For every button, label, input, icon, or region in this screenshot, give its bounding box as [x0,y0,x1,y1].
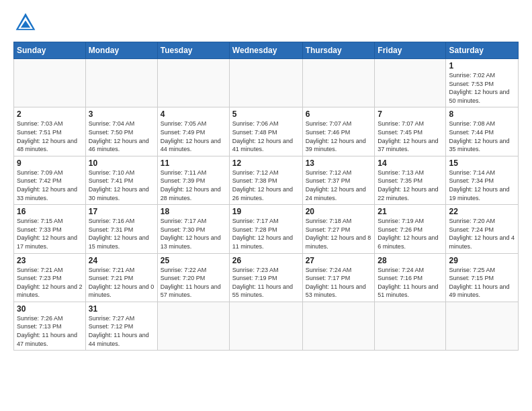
calendar-cell: 18Sunrise: 7:17 AM Sunset: 7:30 PM Dayli… [157,205,229,253]
week-row-2: 9Sunrise: 7:09 AM Sunset: 7:42 PM Daylig… [14,156,519,204]
calendar-cell: 9Sunrise: 7:09 AM Sunset: 7:42 PM Daylig… [14,156,86,204]
calendar-cell: 16Sunrise: 7:15 AM Sunset: 7:33 PM Dayli… [14,205,86,253]
day-info: Sunrise: 7:20 AM Sunset: 7:24 PM Dayligh… [449,217,515,250]
day-info: Sunrise: 7:13 AM Sunset: 7:35 PM Dayligh… [378,169,443,202]
calendar-cell [229,59,302,107]
day-number: 8 [449,109,515,119]
day-number: 13 [306,158,372,168]
weekday-monday: Monday [85,42,157,59]
day-info: Sunrise: 7:06 AM Sunset: 7:48 PM Dayligh… [232,120,300,153]
calendar-cell [157,302,229,350]
week-row-4: 23Sunrise: 7:21 AM Sunset: 7:23 PM Dayli… [14,253,519,302]
day-number: 11 [161,158,226,168]
day-info: Sunrise: 7:19 AM Sunset: 7:26 PM Dayligh… [378,217,443,250]
day-info: Sunrise: 7:23 AM Sunset: 7:19 PM Dayligh… [232,266,300,300]
day-info: Sunrise: 7:16 AM Sunset: 7:31 PM Dayligh… [89,217,154,250]
calendar-cell: 22Sunrise: 7:20 AM Sunset: 7:24 PM Dayli… [446,205,519,253]
day-number: 12 [232,158,300,168]
calendar-cell: 3Sunrise: 7:04 AM Sunset: 7:50 PM Daylig… [85,107,157,156]
page: SundayMondayTuesdayWednesdayThursdayFrid… [0,0,532,411]
day-info: Sunrise: 7:12 AM Sunset: 7:37 PM Dayligh… [306,169,372,202]
calendar-cell: 25Sunrise: 7:22 AM Sunset: 7:20 PM Dayli… [157,253,229,302]
day-number: 10 [89,158,154,168]
weekday-friday: Friday [375,42,446,59]
calendar-cell: 7Sunrise: 7:07 AM Sunset: 7:45 PM Daylig… [375,107,446,156]
calendar-cell: 31Sunrise: 7:27 AM Sunset: 7:12 PM Dayli… [85,302,157,350]
calendar-cell: 14Sunrise: 7:13 AM Sunset: 7:35 PM Dayli… [375,156,446,204]
weekday-thursday: Thursday [302,42,375,59]
day-number: 30 [17,304,83,314]
day-number: 21 [378,207,443,216]
calendar-cell: 2Sunrise: 7:03 AM Sunset: 7:51 PM Daylig… [14,107,86,156]
day-number: 7 [378,109,443,119]
calendar-cell [85,59,157,107]
calendar-cell: 27Sunrise: 7:24 AM Sunset: 7:17 PM Dayli… [302,253,375,302]
day-number: 16 [17,207,83,216]
calendar-cell [302,302,375,350]
day-info: Sunrise: 7:04 AM Sunset: 7:50 PM Dayligh… [89,120,154,153]
calendar-cell: 24Sunrise: 7:21 AM Sunset: 7:21 PM Dayli… [85,253,157,302]
day-number: 6 [306,109,372,119]
weekday-header-row: SundayMondayTuesdayWednesdayThursdayFrid… [14,42,519,59]
day-number: 26 [232,256,300,265]
day-number: 27 [306,256,372,265]
calendar-cell [375,302,446,350]
day-info: Sunrise: 7:05 AM Sunset: 7:49 PM Dayligh… [161,120,226,153]
day-info: Sunrise: 7:09 AM Sunset: 7:42 PM Dayligh… [17,169,83,202]
day-info: Sunrise: 7:07 AM Sunset: 7:45 PM Dayligh… [378,120,443,153]
calendar-cell: 30Sunrise: 7:26 AM Sunset: 7:13 PM Dayli… [14,302,86,350]
day-number: 20 [306,207,372,216]
day-info: Sunrise: 7:17 AM Sunset: 7:28 PM Dayligh… [232,217,300,250]
calendar-cell: 13Sunrise: 7:12 AM Sunset: 7:37 PM Dayli… [302,156,375,204]
day-info: Sunrise: 7:07 AM Sunset: 7:46 PM Dayligh… [306,120,372,153]
day-number: 17 [89,207,154,216]
day-number: 2 [17,109,83,119]
day-number: 14 [378,158,443,168]
day-number: 19 [232,207,300,216]
day-info: Sunrise: 7:21 AM Sunset: 7:21 PM Dayligh… [89,266,154,300]
day-number: 31 [89,304,154,314]
calendar-cell: 11Sunrise: 7:11 AM Sunset: 7:39 PM Dayli… [157,156,229,204]
calendar-cell: 8Sunrise: 7:08 AM Sunset: 7:44 PM Daylig… [446,107,519,156]
day-number: 4 [161,109,226,119]
calendar-cell: 29Sunrise: 7:25 AM Sunset: 7:15 PM Dayli… [446,253,519,302]
calendar-cell: 10Sunrise: 7:10 AM Sunset: 7:41 PM Dayli… [85,156,157,204]
calendar-cell [375,59,446,107]
day-number: 9 [17,158,83,168]
weekday-wednesday: Wednesday [229,42,302,59]
calendar-cell: 12Sunrise: 7:12 AM Sunset: 7:38 PM Dayli… [229,156,302,204]
day-info: Sunrise: 7:14 AM Sunset: 7:34 PM Dayligh… [449,169,515,202]
calendar-cell: 20Sunrise: 7:18 AM Sunset: 7:27 PM Dayli… [302,205,375,253]
weekday-sunday: Sunday [14,42,86,59]
calendar-cell: 1Sunrise: 7:02 AM Sunset: 7:53 PM Daylig… [446,59,519,107]
calendar-cell [446,302,519,350]
day-number: 25 [161,256,226,265]
header [13,11,519,35]
calendar-cell [229,302,302,350]
calendar-cell: 15Sunrise: 7:14 AM Sunset: 7:34 PM Dayli… [446,156,519,204]
day-number: 23 [17,256,83,265]
day-info: Sunrise: 7:21 AM Sunset: 7:23 PM Dayligh… [17,266,83,300]
day-info: Sunrise: 7:08 AM Sunset: 7:44 PM Dayligh… [449,120,515,153]
day-number: 1 [449,61,515,71]
calendar-table: SundayMondayTuesdayWednesdayThursdayFrid… [13,42,519,351]
day-number: 18 [161,207,226,216]
calendar-cell: 19Sunrise: 7:17 AM Sunset: 7:28 PM Dayli… [229,205,302,253]
weekday-saturday: Saturday [446,42,519,59]
calendar-cell: 4Sunrise: 7:05 AM Sunset: 7:49 PM Daylig… [157,107,229,156]
day-number: 28 [378,256,443,265]
day-info: Sunrise: 7:10 AM Sunset: 7:41 PM Dayligh… [89,169,154,202]
day-info: Sunrise: 7:25 AM Sunset: 7:15 PM Dayligh… [449,266,515,300]
week-row-0: 1Sunrise: 7:02 AM Sunset: 7:53 PM Daylig… [14,59,519,107]
day-number: 15 [449,158,515,168]
day-number: 5 [232,109,300,119]
logo-icon [13,11,38,35]
calendar-cell [14,59,86,107]
day-number: 22 [449,207,515,216]
day-info: Sunrise: 7:17 AM Sunset: 7:30 PM Dayligh… [161,217,226,250]
day-info: Sunrise: 7:02 AM Sunset: 7:53 PM Dayligh… [449,71,515,105]
calendar-cell: 28Sunrise: 7:24 AM Sunset: 7:16 PM Dayli… [375,253,446,302]
logo [13,11,40,35]
calendar-cell: 26Sunrise: 7:23 AM Sunset: 7:19 PM Dayli… [229,253,302,302]
day-number: 3 [89,109,154,119]
